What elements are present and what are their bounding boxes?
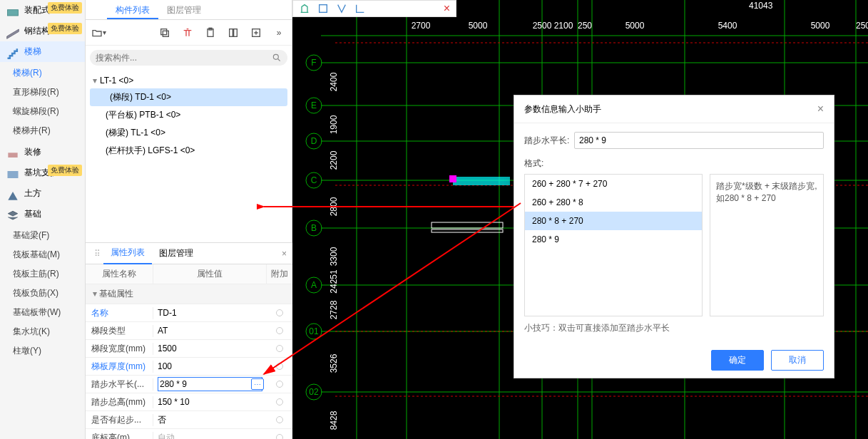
prop-value-cell[interactable] <box>153 415 267 425</box>
dialog-close-icon[interactable]: × <box>817 103 824 115</box>
category-6[interactable]: 基础 <box>0 204 85 224</box>
prop-extra[interactable] <box>267 327 292 334</box>
tab-layer-manage[interactable]: 图层管理 <box>158 0 210 19</box>
copy-button[interactable] <box>156 24 173 41</box>
suggestion-item-0[interactable]: 260 + 280 * 7 + 270 <box>525 175 702 193</box>
svg-text:F: F <box>311 58 316 68</box>
close-icon[interactable]: × <box>282 249 287 259</box>
prop-value-input[interactable] <box>158 308 262 318</box>
suggestion-item-2[interactable]: 280 * 8 + 270 <box>525 212 702 230</box>
tool-icon[interactable] <box>299 3 310 14</box>
prop-name: 踏步总高(mm) <box>86 396 153 408</box>
svg-rect-2 <box>8 171 19 178</box>
prop-value-cell[interactable] <box>153 397 267 407</box>
svg-rect-0 <box>8 9 19 15</box>
suggestion-item-1[interactable]: 260 + 280 * 8 <box>525 193 702 212</box>
ok-button[interactable]: 确定 <box>711 350 764 371</box>
prop-row-1: 梯段类型 <box>86 322 292 340</box>
svg-text:41043: 41043 <box>749 1 773 11</box>
tree-node-0[interactable]: (梯段) TD-1 <0> <box>90 88 287 106</box>
tree-node-3[interactable]: (栏杆扶手) LGFS-1 <0> <box>86 142 292 160</box>
prop-value-input[interactable] <box>158 397 262 407</box>
property-panel: ⠿ 属性列表 图层管理 × 属性名称 属性值 附加 ▾ 基础属性 名称梯段类型梯… <box>86 242 292 439</box>
prop-row-2: 梯段宽度(mm) <box>86 340 292 358</box>
prop-value-cell[interactable] <box>153 344 267 353</box>
tool-icon-3[interactable] <box>336 3 347 14</box>
svg-text:2700: 2700 <box>412 21 431 31</box>
delete-button[interactable] <box>179 24 196 41</box>
canvas-toolbar: × <box>292 0 456 17</box>
svg-text:3526: 3526 <box>329 353 339 373</box>
drag-handle-icon[interactable]: ⠿ <box>91 249 103 259</box>
import-button[interactable] <box>225 24 242 41</box>
prop-value-cell[interactable]: ⋯ <box>153 377 267 391</box>
sub-item-6-5[interactable]: 集水坑(K) <box>0 322 85 341</box>
prop-section[interactable]: ▾ 基础属性 <box>86 284 292 304</box>
svg-text:5000: 5000 <box>811 21 830 31</box>
sub-item-6-1[interactable]: 筏板基础(M) <box>0 245 85 264</box>
sub-item-6-0[interactable]: 基础梁(F) <box>0 226 85 245</box>
sub-item-2-3[interactable]: 楼梯井(R) <box>0 121 85 140</box>
prop-extra[interactable] <box>267 416 292 423</box>
svg-rect-4 <box>161 29 167 34</box>
category-4[interactable]: 基坑支护免费体验 <box>0 162 85 183</box>
sub-item-6-6[interactable]: 柱墩(Y) <box>0 341 85 361</box>
tab-component-list[interactable]: 构件列表 <box>107 0 158 19</box>
prop-value-input[interactable] <box>158 415 262 425</box>
svg-rect-8 <box>234 29 238 36</box>
sub-item-2-1[interactable]: 直形梯段(R) <box>0 83 85 102</box>
prop-value-cell[interactable] <box>153 308 267 318</box>
prop-extra[interactable] <box>267 309 292 316</box>
prop-value-input[interactable] <box>158 326 262 336</box>
category-2[interactable]: 楼梯 <box>0 41 85 62</box>
sub-item-6-3[interactable]: 筏板负筋(X) <box>0 284 85 303</box>
new-folder-button[interactable]: ▾ <box>90 24 107 41</box>
prop-extra[interactable] <box>267 381 292 388</box>
search-input[interactable] <box>96 53 272 63</box>
tool-icon-2[interactable] <box>317 3 329 14</box>
prop-value-cell[interactable] <box>153 433 267 439</box>
prop-value-input[interactable] <box>158 433 262 439</box>
paste-button[interactable] <box>202 24 219 41</box>
svg-text:8428: 8428 <box>329 410 339 430</box>
svg-text:2200: 2200 <box>329 150 339 170</box>
tree-node-2[interactable]: (梯梁) TL-1 <0> <box>86 124 292 142</box>
category-3[interactable]: 装修 <box>0 142 85 162</box>
svg-text:01: 01 <box>309 326 319 336</box>
category-0[interactable]: 装配式免费体验 <box>0 0 85 21</box>
category-1[interactable]: 钢结构免费体验 <box>0 21 85 41</box>
ellipsis-button[interactable]: ⋯ <box>251 378 264 390</box>
sub-item-2-0[interactable]: 楼梯(R) <box>0 63 85 83</box>
svg-rect-1 <box>8 153 17 157</box>
prop-value-input[interactable] <box>158 361 262 371</box>
tool-icon-4[interactable] <box>354 3 366 14</box>
dialog-field-input[interactable] <box>574 132 824 149</box>
category-5[interactable]: 土方 <box>0 183 85 204</box>
tab-property-list[interactable]: 属性列表 <box>103 242 152 264</box>
search-box[interactable] <box>90 50 287 66</box>
tab-layer-manage-2[interactable]: 图层管理 <box>152 243 200 264</box>
prop-value-cell[interactable] <box>153 361 267 371</box>
suggestion-item-3[interactable]: 280 * 9 <box>525 230 702 249</box>
cancel-button[interactable]: 取消 <box>771 350 824 371</box>
prop-extra[interactable] <box>267 398 292 406</box>
svg-text:02: 02 <box>309 387 319 397</box>
export-button[interactable] <box>247 24 265 41</box>
prop-extra[interactable] <box>267 434 292 439</box>
more-button[interactable]: » <box>270 24 287 41</box>
svg-text:250: 250 <box>578 21 592 31</box>
prop-extra[interactable] <box>267 345 292 352</box>
tree-node-1[interactable]: (平台板) PTB-1 <0> <box>86 106 292 124</box>
svg-rect-69 <box>432 222 503 228</box>
sub-item-6-4[interactable]: 基础板带(W) <box>0 303 85 322</box>
close-toolbar-icon[interactable]: × <box>444 2 450 15</box>
prop-extra[interactable] <box>267 363 292 370</box>
sub-item-6-2[interactable]: 筏板主筋(R) <box>0 264 85 284</box>
prop-value-cell[interactable] <box>153 326 267 336</box>
prop-value-input[interactable] <box>158 377 262 391</box>
tree-root[interactable]: ▾LT-1 <0> <box>86 73 292 88</box>
property-table: 属性名称 属性值 附加 ▾ 基础属性 名称梯段类型梯段宽度(mm)梯板厚度(mm… <box>86 264 292 439</box>
property-tabs: ⠿ 属性列表 图层管理 × <box>86 243 292 264</box>
prop-value-input[interactable] <box>158 344 262 353</box>
sub-item-2-2[interactable]: 螺旋梯段(R) <box>0 102 85 121</box>
